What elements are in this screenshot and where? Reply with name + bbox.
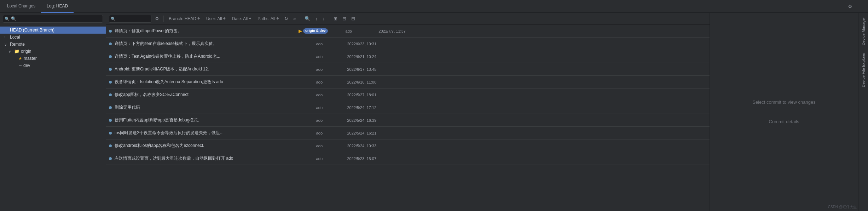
right-panel: Select commit to view changes Commit det… (710, 13, 858, 211)
sidebar-search-icon: 🔍 (5, 17, 10, 21)
commit-tags: ▶ origin & dev (299, 28, 328, 34)
sidebar-search-input[interactable] (3, 15, 103, 23)
commit-message: 修改app图标，名称改变SC-EZConnect (115, 92, 299, 98)
local-chevron: › (4, 35, 8, 39)
commit-row[interactable]: 修改app图标，名称改变SC-EZConnect ado 2022/5/27, … (106, 89, 710, 101)
dev-branch-icon: ⊢ (18, 63, 22, 68)
tab-local-changes[interactable]: Local Changes (1, 0, 41, 13)
commit-message: 使用Flutter内置api判断app是否是debug模式。 (115, 117, 299, 123)
sidebar-tree: HEAD (Current Branch) › Local ∨ Remote ∨… (0, 25, 106, 211)
commit-author: ado (301, 67, 323, 72)
arrow-down-btn[interactable]: ↓ (321, 15, 326, 22)
origin-dev-tag: origin & dev (303, 28, 328, 34)
commit-author: ado (331, 29, 352, 33)
commit-author: ado (301, 106, 323, 110)
commit-dot (109, 30, 112, 33)
commit-message: 详情页：修复dlInputPower的范围。 (115, 28, 299, 34)
commit-author: ado (301, 42, 323, 46)
tree-item-origin[interactable]: ∨ 📁 origin (0, 48, 106, 55)
commit-date: 2022/5/24, 16:39 (327, 118, 376, 122)
commit-message: 详情页：Test Again按钮位置往上移，防止在Android老... (115, 53, 299, 59)
commit-date: 2022/6/16, 11:08 (327, 80, 376, 84)
branch-filter[interactable]: Branch: HEAD ÷ (167, 16, 202, 22)
commit-date: 2022/6/21, 10:24 (327, 55, 376, 59)
commit-row[interactable]: 详情页：Test Again按钮位置往上移，防止在Android老... ado… (106, 50, 710, 63)
filter-btn[interactable]: ⊟ (341, 15, 348, 22)
master-star-icon: ★ (18, 56, 22, 61)
tab-actions: ⚙ — (846, 3, 867, 10)
more-btn[interactable]: » (292, 15, 297, 22)
commit-author: ado (301, 131, 323, 135)
tree-item-dev[interactable]: ⊢ dev (0, 62, 106, 69)
tree-item-head[interactable]: HEAD (Current Branch) (0, 27, 106, 34)
commit-date: 2022/5/24, 17:12 (327, 106, 376, 110)
refresh-btn[interactable]: ↻ (283, 15, 290, 22)
main-layout: 🔍 HEAD (Current Branch) › Local ∨ Remote… (0, 13, 868, 211)
commit-date: 2022/5/24, 16:21 (327, 131, 376, 135)
paths-filter[interactable]: Paths: All ÷ (255, 16, 281, 22)
commit-author: ado (301, 55, 323, 59)
tree-item-master[interactable]: ★ master (0, 55, 106, 62)
toolbar-sep3 (329, 16, 329, 22)
far-right-panel: Device Manager Device File Explorer (858, 13, 868, 211)
layout-btn[interactable]: ⊟ (350, 15, 357, 22)
origin-folder-icon: 📁 (14, 49, 19, 54)
commit-date: 2022/5/24, 10:33 (327, 144, 376, 148)
sidebar-search-area: 🔍 (0, 13, 106, 25)
commit-row[interactable]: 详情页：下方的item在非release模式下，展示真实值。 ado 2022/… (106, 38, 710, 50)
commit-message: 详情页：下方的item在非release模式下，展示真实值。 (115, 41, 299, 47)
commit-author: ado (301, 80, 323, 84)
origin-label: origin (21, 49, 103, 54)
toolbar-settings-btn[interactable]: ⚙ (154, 15, 161, 22)
commit-details-hint: Commit details (769, 119, 799, 124)
commit-row[interactable]: 详情页：修复dlInputPower的范围。 ▶ origin & dev ad… (106, 25, 710, 38)
search-commits-btn[interactable]: 🔍 (303, 15, 312, 22)
commit-list: 详情页：修复dlInputPower的范围。 ▶ origin & dev ad… (106, 25, 710, 211)
device-file-explorer-tab[interactable]: Device File Explorer (860, 50, 867, 90)
user-filter[interactable]: User: All ÷ (204, 16, 228, 22)
commit-message: 设备详情页：Isolation改为Antenna Separation,更改Is… (115, 79, 299, 85)
commit-row[interactable]: ios同时发送2个设置命令会导致后执行的发送失效，做阻... ado 2022/… (106, 127, 710, 139)
device-manager-tab[interactable]: Device Manager (860, 14, 867, 48)
center-toolbar: 🔍 ⚙ Branch: HEAD ÷ User: All ÷ Date: All… (106, 13, 710, 25)
commit-row[interactable]: 左送情页或设置页，达到最大重连次数后，自动返回到打开 ado ado 2022/… (106, 152, 710, 165)
commit-dot (109, 81, 112, 84)
commit-row[interactable]: 删除无用代码 ado 2022/5/24, 17:12 (106, 101, 710, 114)
local-label: Local (10, 35, 103, 40)
commit-dot (109, 144, 112, 147)
commit-message: 修改android和ios的app名称和包名为ezconnect. (115, 143, 299, 149)
commit-row[interactable]: 设备详情页：Isolation改为Antenna Separation,更改Is… (106, 76, 710, 89)
commit-date: 2022/5/27, 18:01 (327, 93, 376, 97)
commit-row[interactable]: Android: 更新Gradle和AGP版本，适配Android 12。 ad… (106, 63, 710, 76)
date-filter[interactable]: Date: All ÷ (230, 16, 254, 22)
remote-label: Remote (10, 42, 103, 47)
commit-dot (109, 55, 112, 58)
commit-message: 左送情页或设置页，达到最大重连次数后，自动返回到打开 ado (115, 155, 299, 161)
arrow-up-btn[interactable]: ↑ (314, 15, 319, 22)
tree-item-remote[interactable]: ∨ Remote (0, 41, 106, 48)
commit-dot (109, 157, 112, 160)
settings-button[interactable]: ⚙ (846, 3, 854, 10)
commit-date: 2022/7/7, 11:37 (356, 29, 406, 33)
tab-log-head[interactable]: Log: HEAD (41, 0, 74, 13)
tree-item-local[interactable]: › Local (0, 34, 106, 41)
remote-chevron: ∨ (4, 42, 8, 46)
sidebar: 🔍 HEAD (Current Branch) › Local ∨ Remote… (0, 13, 106, 211)
watermark: CSDN @旺仔大生 (828, 205, 857, 210)
toolbar-search-icon: 🔍 (111, 16, 116, 21)
commit-dot (109, 106, 112, 109)
commit-row[interactable]: 使用Flutter内置api判断app是否是debug模式。 ado 2022/… (106, 114, 710, 127)
commit-author: ado (301, 93, 323, 97)
commit-author: ado (301, 144, 323, 148)
toolbar-sep1 (163, 16, 164, 22)
commit-dot (109, 119, 112, 122)
grid-btn[interactable]: ⊞ (332, 15, 339, 22)
origin-chevron: ∨ (8, 50, 13, 53)
minimize-button[interactable]: — (856, 3, 864, 10)
tab-bar: Local Changes Log: HEAD ⚙ — (0, 0, 868, 13)
center-panel: 🔍 ⚙ Branch: HEAD ÷ User: All ÷ Date: All… (106, 13, 710, 211)
commit-author: ado (301, 118, 323, 122)
commit-row[interactable]: 修改android和ios的app名称和包名为ezconnect. ado 20… (106, 139, 710, 152)
dev-label: dev (23, 63, 103, 68)
commit-author: ado (301, 156, 323, 161)
